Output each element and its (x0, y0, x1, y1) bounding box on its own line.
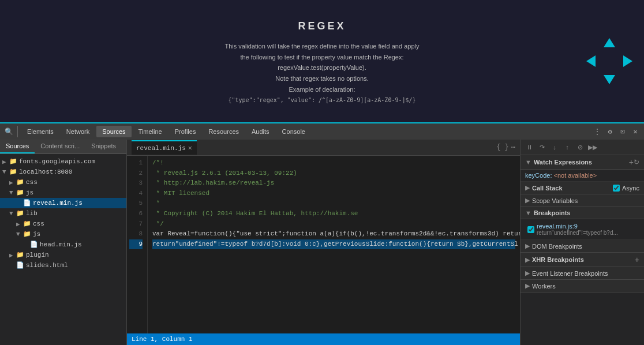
code-body: 1 2 3 4 5 6 7 8 9 /*! * reveal.js 2.6.1 … (127, 156, 520, 333)
dom-breakpoints-header[interactable]: ▶ DOM Breakpoints (521, 240, 644, 253)
code-search-icon[interactable]: ⋯ (511, 143, 515, 152)
breakpoints-content: reveal.min.js:9 return"undefined"!=typeo… (521, 219, 644, 240)
dom-bp-title: DOM Breakpoints (532, 243, 582, 250)
tab-content-scripts[interactable]: Content scri... (35, 140, 85, 153)
dom-bp-arrow-icon: ▶ (525, 242, 530, 250)
panel-tabs: Sources Content scri... Snippets (0, 140, 126, 154)
folder-icon-lib-css: 📁 (23, 220, 31, 228)
watch-expressions-content: keyCode: <not available> (521, 170, 644, 182)
step-over-button[interactable]: ↷ (537, 142, 547, 152)
tab-profiles[interactable]: Profiles (169, 126, 202, 137)
deactivate-button[interactable]: ⊘ (575, 142, 585, 152)
code-tab-reveal[interactable]: reveal.min.js ✕ (132, 140, 197, 155)
toolbar-right: ⋮ ⚙ ⊡ ✕ (592, 126, 641, 137)
code-header: reveal.min.js ✕ { } ⋯ (127, 140, 520, 156)
preview-desc2: the following to test if the property va… (225, 52, 420, 63)
dock-icon[interactable]: ⊡ (617, 126, 628, 137)
tree-item-head[interactable]: ▶ 📄 head.min.js (0, 239, 126, 250)
code-tab-label: reveal.min.js (136, 145, 186, 152)
code-panel: reveal.min.js ✕ { } ⋯ 1 2 3 4 5 6 7 8 9 … (127, 140, 520, 345)
watch-key-code-value: <not available> (554, 172, 597, 179)
tree-item-slides[interactable]: ▶ 📄 slides.html (0, 260, 126, 271)
folder-icon-lib-js: 📁 (23, 230, 31, 238)
folder-icon: 📁 (9, 158, 17, 166)
tree-item-js-root[interactable]: ▼ 📁 js (0, 187, 126, 198)
async-label: Async (622, 185, 639, 192)
tab-console[interactable]: Console (276, 126, 311, 137)
preview-desc1: This validation will take the regex defi… (225, 41, 420, 52)
code-line-8: var Reveal=function(){"use strict";funct… (152, 230, 520, 237)
preview-title: REGEX (225, 17, 420, 35)
tab-audits[interactable]: Audits (246, 126, 275, 137)
debug-toolbar: ⏸ ↷ ↓ ↑ ⊘ ▶▶ (521, 140, 644, 155)
arrow-up-icon[interactable] (604, 38, 615, 47)
watch-arrow-icon: ▼ (525, 159, 531, 166)
step-out-button[interactable]: ↑ (562, 142, 572, 152)
tab-sources[interactable]: Sources (96, 126, 131, 137)
code-tab-close[interactable]: ✕ (188, 144, 192, 152)
arrow-down-icon[interactable] (604, 75, 615, 84)
breakpoint-checkbox-1[interactable] (527, 226, 534, 233)
tree-item-lib-js[interactable]: ▼ 📁 js (0, 229, 126, 239)
add-watch-icon[interactable]: + (629, 158, 634, 167)
arrow-left-icon[interactable] (586, 55, 596, 67)
file-icon-slides: 📄 (16, 261, 24, 269)
tree-item-lib[interactable]: ▼ 📁 lib (0, 208, 126, 219)
preview-desc4: Note that regex takes no options. (225, 73, 420, 84)
code-content[interactable]: /*! * reveal.js 2.6.1 (2014-03-13, 09:22… (148, 156, 520, 333)
folder-icon-localhost: 📁 (9, 168, 17, 176)
preview-desc5: Example of declaration: (225, 84, 420, 95)
scope-arrow-icon: ▶ (525, 197, 530, 204)
breakpoints-header[interactable]: ▼ Breakpoints (521, 207, 644, 219)
settings-icon[interactable]: ⚙ (605, 126, 615, 137)
refresh-watch-icon[interactable]: ↻ (634, 158, 639, 166)
customize-icon[interactable]: ⋮ (592, 126, 602, 137)
xhr-breakpoints-header[interactable]: ▶ XHR Breakpoints + (521, 253, 644, 267)
tree-item-css-root[interactable]: ▶ 📁 css (0, 177, 126, 187)
tree-item-localhost[interactable]: ▼ 📁 localhost:8080 (0, 167, 126, 177)
code-controls: { } ⋯ (496, 143, 515, 152)
folder-icon-css: 📁 (16, 178, 24, 186)
workers-arrow-icon: ▶ (525, 282, 530, 290)
code-line-6: * Copyright (C) 2014 Hakim El Hattab, ht… (152, 210, 358, 217)
scope-title: Scope Variables (532, 197, 578, 204)
code-line-4: * MIT licensed (152, 190, 209, 197)
code-format-icon[interactable]: { } (496, 143, 509, 152)
tab-elements[interactable]: Elements (21, 126, 59, 137)
tree-item-fonts[interactable]: ▶ 📁 fonts.googleapis.com (0, 156, 126, 167)
xhr-arrow-icon: ▶ (525, 256, 530, 264)
tree-item-reveal[interactable]: ▶ 📄 reveal.min.js (0, 198, 126, 208)
tab-sources-panel[interactable]: Sources (0, 140, 35, 153)
preview-area: REGEX This validation will take the rege… (0, 0, 644, 122)
add-xhr-icon[interactable]: + (635, 255, 639, 264)
breakpoint-code-1: return"undefined"!=typeof b?d... (537, 230, 618, 236)
scope-variables-header[interactable]: ▶ Scope Variables (521, 194, 644, 207)
cursor-position: Line 1, Column 1 (132, 336, 193, 343)
folder-icon-lib: 📁 (16, 209, 24, 217)
close-icon[interactable]: ✕ (630, 126, 641, 137)
tab-timeline[interactable]: Timeline (133, 126, 168, 137)
line-numbers: 1 2 3 4 5 6 7 8 9 (127, 156, 148, 333)
tab-resources[interactable]: Resources (203, 126, 245, 137)
tab-network[interactable]: Network (61, 126, 95, 137)
call-stack-arrow-icon: ▶ (525, 184, 530, 192)
long-resume-button[interactable]: ▶▶ (587, 142, 598, 152)
tab-snippets[interactable]: Snippets (85, 140, 122, 153)
tree-item-plugin[interactable]: ▶ 📁 plugin (0, 250, 126, 260)
call-stack-header[interactable]: ▶ Call Stack Async (521, 182, 644, 194)
tree-item-lib-css[interactable]: ▶ 📁 css (0, 219, 126, 229)
arrow-right-icon[interactable] (623, 55, 632, 67)
event-listener-header[interactable]: ▶ Event Listener Breakpoints (521, 267, 644, 280)
pause-button[interactable]: ⏸ (524, 142, 534, 152)
search-icon[interactable]: 🔍 (3, 126, 14, 137)
code-line-1: /*! (152, 159, 164, 166)
async-checkbox[interactable] (613, 185, 620, 192)
preview-code: {"type":"regex", "value": /^[a-zA-Z0-9][… (225, 95, 420, 105)
code-line-7: */ (152, 220, 164, 227)
breakpoints-title: Breakpoints (534, 209, 639, 216)
left-panel: Sources Content scri... Snippets ▶ 📁 fon… (0, 140, 127, 345)
step-into-button[interactable]: ↓ (549, 142, 560, 152)
watch-expressions-header[interactable]: ▼ Watch Expressions + ↻ (521, 155, 644, 170)
right-panel: ⏸ ↷ ↓ ↑ ⊘ ▶▶ ▼ Watch Expressions + ↻ key… (520, 140, 644, 345)
workers-header[interactable]: ▶ Workers (521, 280, 644, 292)
